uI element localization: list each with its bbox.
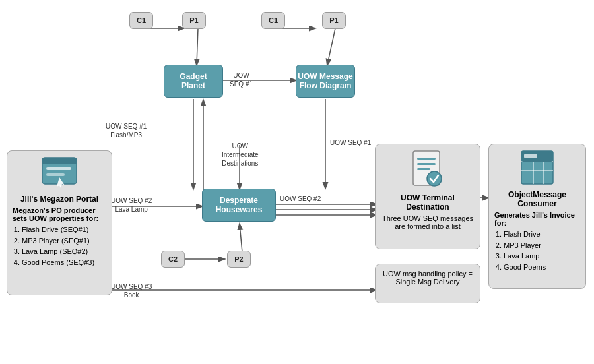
svg-rect-20 xyxy=(46,173,65,176)
svg-rect-18 xyxy=(42,158,77,164)
uow-seq2-label: UOW SEQ #2Lava Lamp xyxy=(111,197,152,214)
object-message-title: ObjectMessage Consumer xyxy=(494,190,580,208)
uow-msg-panel: UOW msg handling policy = Single Msg Del… xyxy=(375,264,480,303)
c2-box: C2 xyxy=(161,251,185,268)
p1-left-box: P1 xyxy=(182,12,206,29)
svg-point-26 xyxy=(427,171,442,186)
jills-portal-panel: Jill's Megazon Portal Megazon's PO produ… xyxy=(7,150,112,295)
uow-seq1-between-label: UOWSEQ #1 xyxy=(230,71,253,88)
terminal-subtitle: Three UOW SEQ messages are formed into a… xyxy=(381,214,475,230)
svg-rect-33 xyxy=(524,154,537,158)
svg-rect-19 xyxy=(46,167,71,170)
portal-items-list: Flash Drive (SEQ#1) MP3 Player (SEQ#1) L… xyxy=(22,224,106,268)
widget-world-box: UOW Message Flow Diagram xyxy=(296,65,355,98)
gadget-planet-box: GadgetPlanet xyxy=(164,65,223,98)
object-message-icon xyxy=(519,150,556,186)
portal-item-1: Flash Drive (SEQ#1) xyxy=(22,224,106,235)
portal-item-2: MP3 Player (SEQ#1) xyxy=(22,235,106,247)
svg-rect-23 xyxy=(417,158,436,160)
diagram-container: C1 P1 C1 P1 GadgetPlanet UOW Message Flo… xyxy=(0,0,594,364)
desperate-housewares-box: DesperateHousewares xyxy=(202,189,276,222)
svg-rect-25 xyxy=(417,168,430,170)
portal-icon xyxy=(41,156,78,189)
invoice-item-2: MP3 Player xyxy=(504,240,580,251)
portal-item-3: Lava Lamp (SEQ#2) xyxy=(22,246,106,257)
uow-seq3-label: UOW SEQ #3Book xyxy=(111,282,152,299)
p1-right-box: P1 xyxy=(322,12,346,29)
c1-right-box: C1 xyxy=(261,12,285,29)
uow-seq1-right-label: UOW SEQ #1 xyxy=(330,138,371,147)
p2-box: P2 xyxy=(227,251,251,268)
svg-line-1 xyxy=(197,28,198,65)
portal-body-title: Megazon's PO producer sets UOW propertie… xyxy=(13,206,106,222)
document-check-icon xyxy=(409,150,446,189)
svg-line-3 xyxy=(327,28,335,65)
uow-terminal-panel: UOW Terminal Destination Three UOW SEQ m… xyxy=(375,144,480,249)
svg-rect-24 xyxy=(417,163,436,165)
terminal-title: UOW Terminal Destination xyxy=(381,193,475,212)
uow-msg-text: UOW msg handling policy = Single Msg Del… xyxy=(381,270,475,286)
c1-left-box: C1 xyxy=(129,12,153,29)
portal-title: Jill's Megazon Portal xyxy=(13,195,106,204)
invoice-item-1: Flash Drive xyxy=(504,229,580,240)
portal-item-4: Good Poems (SEQ#3) xyxy=(22,257,106,268)
uow-intermediate-label: UOWIntermediateDestinations xyxy=(222,142,259,167)
uow-seq1-flash-label: UOW SEQ #1Flash/MP3 xyxy=(106,122,147,139)
invoice-item-4: Good Poems xyxy=(504,262,580,273)
object-message-subtitle: Generates Jill's Invoice for: xyxy=(494,211,580,227)
invoice-items-list: Flash Drive MP3 Player Lava Lamp Good Po… xyxy=(504,229,580,272)
uow-seq2-right-label: UOW SEQ #2 xyxy=(280,195,321,203)
invoice-item-3: Lava Lamp xyxy=(504,251,580,262)
object-message-panel: ObjectMessage Consumer Generates Jill's … xyxy=(488,144,586,289)
